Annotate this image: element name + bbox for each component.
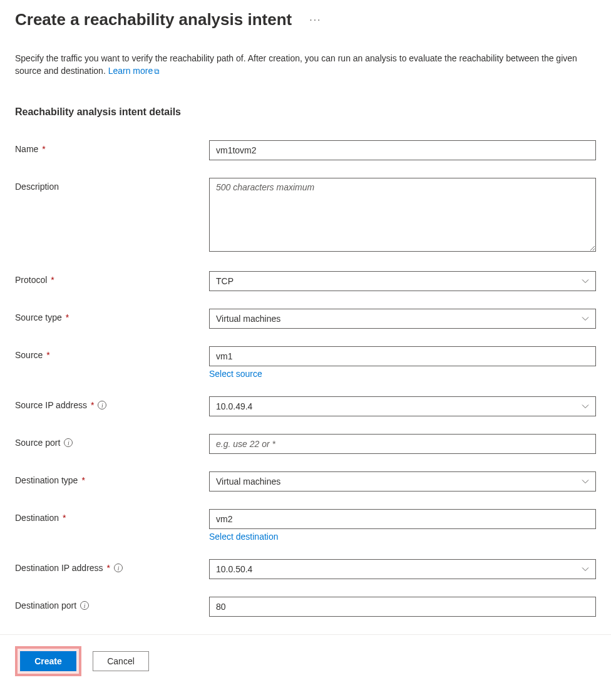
source-ip-label: Source IP address* i (15, 396, 209, 410)
destination-input[interactable] (209, 509, 596, 529)
page-title: Create a reachability analysis intent (15, 10, 292, 29)
destination-label: Destination* (15, 509, 209, 523)
more-actions-icon[interactable]: ··· (309, 14, 321, 26)
chevron-down-icon (582, 403, 589, 410)
source-port-label: Source port i (15, 434, 209, 448)
info-icon[interactable]: i (98, 401, 106, 409)
info-icon[interactable]: i (64, 438, 73, 447)
protocol-select[interactable]: TCP (209, 271, 596, 291)
source-type-label: Source type* (15, 309, 209, 322)
learn-more-link[interactable]: Learn more⧉ (108, 66, 160, 76)
intro-paragraph: Specify the traffic you want to verify t… (15, 52, 596, 78)
intro-text: Specify the traffic you want to verify t… (15, 53, 577, 76)
source-port-input[interactable] (209, 434, 596, 454)
source-label: Source* (15, 346, 209, 360)
info-icon[interactable]: i (80, 601, 89, 610)
destination-type-label: Destination type* (15, 471, 209, 485)
name-label: Name* (15, 140, 209, 154)
protocol-label: Protocol* (15, 271, 209, 285)
external-link-icon: ⧉ (154, 67, 160, 76)
name-input[interactable] (209, 140, 596, 160)
destination-type-select[interactable]: Virtual machines (209, 471, 596, 492)
select-source-link[interactable]: Select source (209, 369, 262, 379)
chevron-down-icon (582, 315, 589, 322)
section-header-details: Reachability analysis intent details (15, 106, 596, 118)
create-button-highlight: Create (15, 646, 81, 676)
destination-ip-label: Destination IP address* i (15, 559, 209, 573)
description-label: Description (15, 178, 209, 192)
chevron-down-icon (582, 277, 589, 285)
chevron-down-icon (582, 565, 589, 573)
chevron-down-icon (582, 478, 589, 485)
source-ip-select[interactable]: 10.0.49.4 (209, 396, 596, 416)
info-icon[interactable]: i (114, 564, 123, 572)
create-button[interactable]: Create (20, 651, 76, 671)
select-destination-link[interactable]: Select destination (209, 532, 279, 542)
description-textarea[interactable] (209, 178, 596, 252)
source-type-select[interactable]: Virtual machines (209, 309, 596, 329)
destination-ip-select[interactable]: 10.0.50.4 (209, 559, 596, 579)
cancel-button[interactable]: Cancel (93, 651, 149, 671)
destination-port-input[interactable] (209, 597, 596, 617)
source-input[interactable] (209, 346, 596, 366)
destination-port-label: Destination port i (15, 597, 209, 610)
